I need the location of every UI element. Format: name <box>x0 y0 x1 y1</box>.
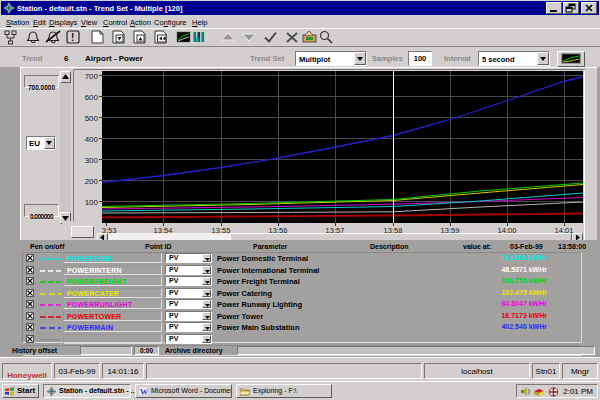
svg-text:100: 100 <box>85 198 99 207</box>
svg-text:200: 200 <box>85 177 99 186</box>
svg-text:!: ! <box>71 32 74 43</box>
svg-text:W: W <box>140 388 148 397</box>
svg-text:400: 400 <box>85 135 99 144</box>
svg-text:500: 500 <box>85 114 99 123</box>
svg-text:600: 600 <box>85 93 99 102</box>
svg-text:700: 700 <box>85 72 99 81</box>
svg-text:300: 300 <box>85 156 99 165</box>
